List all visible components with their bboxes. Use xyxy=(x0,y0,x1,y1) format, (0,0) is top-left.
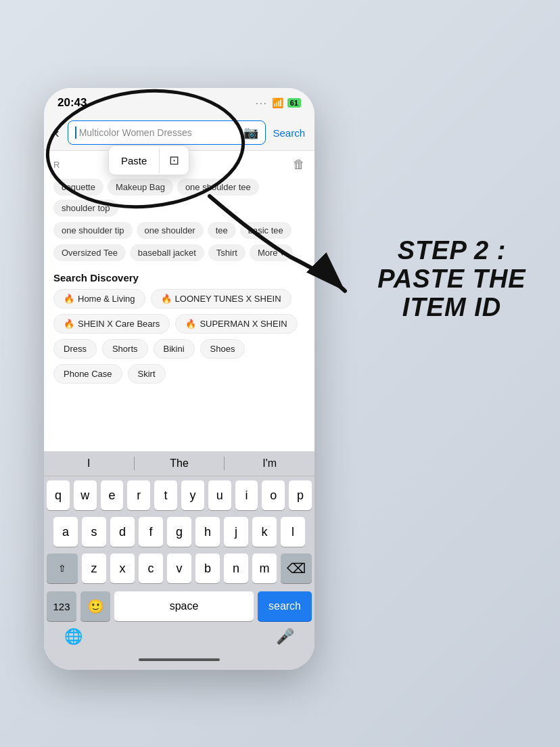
disc-tag-superman[interactable]: 🔥 SUPERMAN X SHEIN xyxy=(175,314,297,334)
disc-tag-dress[interactable]: Dress xyxy=(53,339,97,359)
key-u[interactable]: u xyxy=(208,480,231,510)
disc-tag-bikini-label: Bikini xyxy=(164,344,185,354)
key-w[interactable]: w xyxy=(74,480,97,510)
back-button[interactable]: ‹ xyxy=(52,122,62,143)
disc-tag-skirt[interactable]: Skirt xyxy=(128,364,166,384)
disc-tag-phone-case-label: Phone Case xyxy=(64,369,112,379)
camera-icon[interactable]: 📷 xyxy=(243,125,258,140)
delete-recent-icon[interactable]: 🗑 xyxy=(293,158,305,172)
number-key[interactable]: 123 xyxy=(47,591,76,621)
key-f[interactable]: f xyxy=(139,517,163,547)
disc-tag-shoes-label: Shoes xyxy=(210,344,235,354)
tag-tee[interactable]: tee xyxy=(208,222,236,239)
emoji-key[interactable]: 🙂 xyxy=(80,591,110,621)
key-r[interactable]: r xyxy=(127,480,150,510)
key-q[interactable]: q xyxy=(47,480,70,510)
keyboard-area: I The I'm q w e r t y u i o p a s xyxy=(44,451,314,670)
tag-basic-tee[interactable]: basic tee xyxy=(240,222,291,239)
tag-one-shoulder-tip[interactable]: one shoulder tip xyxy=(53,222,133,239)
key-j[interactable]: j xyxy=(224,517,248,547)
key-h[interactable]: h xyxy=(195,517,220,547)
more-button[interactable]: More ▾ xyxy=(250,244,293,261)
key-v[interactable]: v xyxy=(167,553,191,583)
disc-tag-shorts[interactable]: Shorts xyxy=(102,339,148,359)
more-label: More xyxy=(258,248,278,258)
disc-tag-home-living-label: Home & Living xyxy=(78,294,135,304)
mic-icon[interactable]: 🎤 xyxy=(276,628,294,646)
home-indicator xyxy=(44,650,314,670)
discovery-title: Search Discovery xyxy=(44,264,314,289)
disc-tag-superman-label: SUPERMAN X SHEIN xyxy=(200,319,287,329)
key-g[interactable]: g xyxy=(167,517,191,547)
key-s[interactable]: s xyxy=(82,517,106,547)
tag-one-shoulder[interactable]: one shoulder xyxy=(137,222,204,239)
recent-label: R xyxy=(53,160,60,170)
key-y[interactable]: y xyxy=(181,480,204,510)
disc-tag-looney[interactable]: 🔥 LOONEY TUNES X SHEIN xyxy=(151,289,291,309)
tag-row-1: coquette Makeup Bag one shoulder tee sho… xyxy=(44,176,314,219)
home-bar xyxy=(139,658,220,661)
key-e[interactable]: e xyxy=(101,480,124,510)
keyboard-row-1: q w e r t y u i o p xyxy=(47,480,312,510)
disc-tag-phone-case[interactable]: Phone Case xyxy=(53,364,122,384)
key-l[interactable]: l xyxy=(281,517,305,547)
keyboard-bottom-icons: 🌐 🎤 xyxy=(44,624,314,650)
search-key[interactable]: search xyxy=(258,591,312,621)
key-b[interactable]: b xyxy=(195,553,220,583)
paste-button[interactable]: Paste xyxy=(109,148,160,173)
wifi-icon: 📶 xyxy=(272,97,283,108)
chevron-down-icon: ▾ xyxy=(280,248,285,258)
fire-icon-2: 🔥 xyxy=(161,294,172,304)
disc-tag-looney-label: LOONEY TUNES X SHEIN xyxy=(175,294,281,304)
fire-icon: 🔥 xyxy=(64,294,74,304)
search-button[interactable]: Search xyxy=(271,124,306,141)
search-input[interactable]: Multicolor Women Dresses 📷 xyxy=(68,120,266,145)
autocomplete-the[interactable]: The xyxy=(135,457,225,470)
tag-one-shoulder-tee[interactable]: one shoulder tee xyxy=(177,179,259,196)
status-time: 20:43 xyxy=(57,96,87,110)
key-x[interactable]: x xyxy=(110,553,135,583)
fire-icon-3: 🔥 xyxy=(64,319,74,329)
autocomplete-i[interactable]: I xyxy=(44,457,134,470)
key-t[interactable]: t xyxy=(154,480,177,510)
step2-line1: STEP 2 : xyxy=(364,237,540,265)
discovery-tags: 🔥 Home & Living 🔥 LOONEY TUNES X SHEIN 🔥… xyxy=(44,289,314,389)
keyboard-keys: q w e r t y u i o p a s d f g h j k l xyxy=(44,476,314,591)
disc-tag-shoes[interactable]: Shoes xyxy=(200,339,246,359)
disc-tag-shorts-label: Shorts xyxy=(112,344,138,354)
battery-icon: 61 xyxy=(287,98,301,108)
disc-tag-bikini[interactable]: Bikini xyxy=(154,339,195,359)
globe-icon[interactable]: 🌐 xyxy=(64,628,83,646)
tag-oversized-tee[interactable]: Oversized Tee xyxy=(53,244,126,261)
delete-key[interactable]: ⌫ xyxy=(281,553,312,583)
tag-baseball-jacket[interactable]: baseball jacket xyxy=(130,244,204,261)
autocomplete-im[interactable]: I'm xyxy=(225,457,314,470)
key-d[interactable]: d xyxy=(110,517,135,547)
key-m[interactable]: m xyxy=(252,553,277,583)
key-p[interactable]: p xyxy=(289,480,312,510)
shift-key[interactable]: ⇧ xyxy=(47,553,78,583)
key-i[interactable]: i xyxy=(235,480,258,510)
tag-shoulder-top[interactable]: shoulder top xyxy=(53,200,118,217)
disc-tag-home-living[interactable]: 🔥 Home & Living xyxy=(53,289,145,309)
tag-row-3: Oversized Tee baseball jacket Tshirt Mor… xyxy=(44,242,314,264)
tag-makeup-bag[interactable]: Makeup Bag xyxy=(108,179,173,196)
key-n[interactable]: n xyxy=(224,553,248,583)
fire-icon-4: 🔥 xyxy=(185,319,196,329)
tag-tshirt[interactable]: Tshirt xyxy=(208,244,246,261)
tag-row-2: one shoulder tip one shoulder tee basic … xyxy=(44,219,314,242)
space-key[interactable]: space xyxy=(114,591,254,621)
disc-tag-care-bears[interactable]: 🔥 SHEIN X Care Bears xyxy=(53,314,170,334)
disc-tag-dress-label: Dress xyxy=(64,344,87,354)
key-a[interactable]: a xyxy=(53,517,78,547)
keyboard-bottom-row: 123 🙂 space search xyxy=(44,591,314,621)
key-c[interactable]: c xyxy=(139,553,163,583)
step2-line3: ITEM ID xyxy=(364,294,540,322)
keyboard-row-2: a s d f g h j k l xyxy=(47,517,312,547)
tag-coquette[interactable]: coquette xyxy=(53,179,103,196)
key-z[interactable]: z xyxy=(82,553,106,583)
status-bar: 20:43 ··· 📶 61 xyxy=(44,88,314,115)
paste-icon-button[interactable]: ⊡ xyxy=(160,146,189,175)
key-k[interactable]: k xyxy=(252,517,277,547)
key-o[interactable]: o xyxy=(262,480,285,510)
